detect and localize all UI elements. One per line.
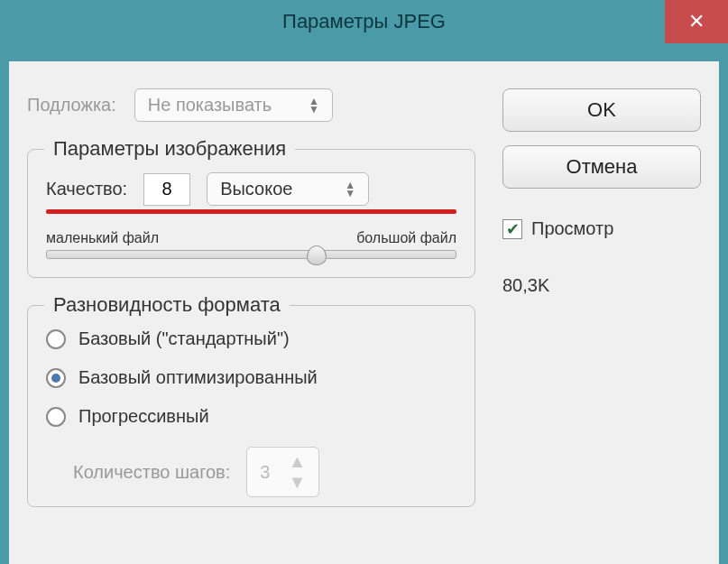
ok-button[interactable]: OK bbox=[502, 88, 701, 132]
radio-progressive[interactable]: Прогрессивный bbox=[46, 406, 456, 427]
filesize-text: 80,3K bbox=[502, 275, 701, 296]
window-title: Параметры JPEG bbox=[282, 10, 446, 33]
close-button[interactable]: ✕ bbox=[665, 0, 728, 43]
quality-label: Качество: bbox=[46, 179, 127, 199]
checkbox-icon: ✔ bbox=[502, 219, 522, 239]
scans-value: 3 bbox=[260, 462, 270, 483]
slider-max-label: большой файл bbox=[356, 230, 456, 246]
updown-icon: ▲▼ bbox=[345, 181, 355, 197]
slider-min-label: маленький файл bbox=[46, 230, 159, 246]
quality-preset-select[interactable]: Высокое ▲▼ bbox=[207, 172, 369, 206]
format-options-legend: Разновидность формата bbox=[44, 293, 290, 317]
preview-checkbox-row[interactable]: ✔ Просмотр bbox=[502, 218, 701, 239]
radio-label: Базовый ("стандартный") bbox=[78, 328, 290, 349]
matte-label: Подложка: bbox=[27, 95, 116, 116]
slider-thumb[interactable] bbox=[307, 245, 327, 265]
slider-labels: маленький файл большой файл bbox=[46, 230, 456, 246]
matte-select[interactable]: Не показывать ▲▼ bbox=[134, 88, 333, 122]
titlebar: Параметры JPEG ✕ bbox=[0, 0, 728, 43]
quality-slider[interactable] bbox=[46, 250, 456, 259]
scans-select: 3 ▲▼ bbox=[246, 447, 319, 497]
matte-row: Подложка: Не показывать ▲▼ bbox=[27, 88, 475, 122]
preview-label: Просмотр bbox=[531, 218, 613, 239]
format-options-group: Разновидность формата Базовый ("стандарт… bbox=[27, 305, 475, 507]
dialog-content: Подложка: Не показывать ▲▼ Параметры изо… bbox=[9, 61, 719, 564]
radio-baseline-standard[interactable]: Базовый ("стандартный") bbox=[46, 328, 456, 349]
quality-preset-value: Высокое bbox=[220, 179, 292, 199]
radio-baseline-optimized[interactable]: Базовый оптимизированный bbox=[46, 367, 456, 388]
radio-icon bbox=[46, 368, 66, 388]
updown-icon: ▲▼ bbox=[309, 97, 319, 113]
scans-row: Количество шагов: 3 ▲▼ bbox=[46, 447, 456, 497]
matte-select-value: Не показывать bbox=[148, 95, 272, 116]
quality-input[interactable] bbox=[143, 173, 190, 206]
close-icon: ✕ bbox=[688, 10, 705, 33]
jpeg-options-dialog: Параметры JPEG ✕ Подложка: Не показывать… bbox=[0, 0, 728, 564]
format-radio-group: Базовый ("стандартный") Базовый оптимизи… bbox=[46, 328, 456, 427]
scans-label: Количество шагов: bbox=[73, 462, 230, 483]
radio-icon bbox=[46, 329, 66, 349]
radio-icon bbox=[46, 407, 66, 427]
radio-label: Базовый оптимизированный bbox=[78, 367, 318, 388]
radio-label: Прогрессивный bbox=[78, 406, 209, 427]
image-options-group: Параметры изображения Качество: Высокое … bbox=[27, 149, 475, 278]
updown-icon: ▲▼ bbox=[288, 451, 306, 493]
cancel-button[interactable]: Отмена bbox=[502, 145, 701, 189]
left-column: Подложка: Не показывать ▲▼ Параметры изо… bbox=[27, 88, 475, 546]
quality-row: Качество: Высокое ▲▼ bbox=[46, 172, 456, 206]
highlight-underline bbox=[46, 209, 456, 214]
image-options-legend: Параметры изображения bbox=[44, 137, 295, 161]
right-column: OK Отмена ✔ Просмотр 80,3K bbox=[502, 88, 701, 546]
